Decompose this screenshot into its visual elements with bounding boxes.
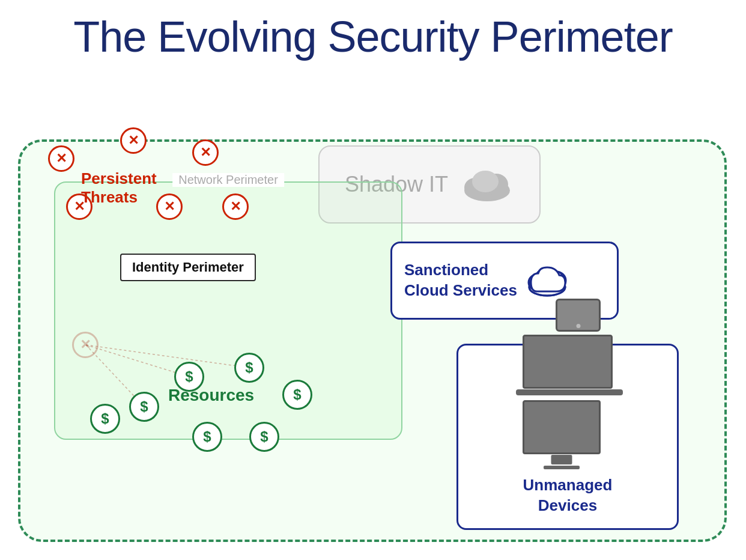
cloud-gray-icon (460, 166, 514, 202)
page-wrapper: The Evolving Security Perimeter Shadow I… (0, 0, 746, 560)
devices-illustration (523, 299, 613, 466)
resource-dollar-4: $ (282, 380, 312, 410)
resource-dollar-1: $ (129, 392, 159, 422)
resource-dollar-7: $ (90, 404, 120, 434)
persistent-threats-label: PersistentThreats (81, 169, 157, 207)
svg-point-3 (472, 171, 499, 192)
identity-perimeter-box: Identity Perimeter (120, 254, 256, 281)
threat-x1: ✕ (48, 145, 74, 172)
threat-x3: ✕ (192, 139, 219, 166)
resource-dollar-3: $ (234, 353, 264, 383)
identity-perimeter-label: Identity Perimeter (132, 260, 244, 275)
threat-x5: ✕ (156, 193, 183, 220)
device-monitor (523, 400, 601, 454)
cloud-blue-icon (526, 264, 568, 297)
device-tablet (556, 299, 601, 332)
unmanaged-devices-box: UnmanagedDevices (456, 344, 679, 530)
resource-dollar-5: $ (192, 422, 222, 452)
threat-x2: ✕ (120, 127, 147, 154)
resource-dollar-6: $ (249, 422, 279, 452)
page-title: The Evolving Security Perimeter (0, 0, 746, 67)
device-laptop (523, 335, 613, 389)
diagram-area: Shadow IT Network Perimeter Identity Per… (0, 67, 746, 560)
faded-threat-x: ✕ (72, 332, 99, 358)
resources-label: Resources (168, 386, 254, 405)
threat-x6: ✕ (222, 193, 249, 220)
network-perimeter-label: Network Perimeter (172, 173, 284, 187)
unmanaged-devices-label: UnmanagedDevices (523, 475, 613, 516)
sanctioned-label: SanctionedCloud Services (404, 260, 517, 301)
